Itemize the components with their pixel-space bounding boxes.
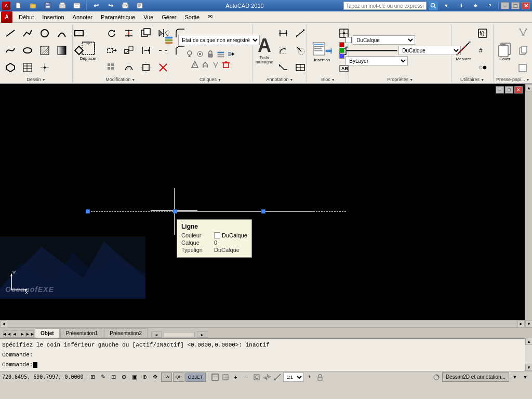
region-btn[interactable] <box>2 59 19 76</box>
zoom-in-btn[interactable]: + <box>231 373 241 382</box>
layer-color-btn[interactable] <box>195 49 205 59</box>
search-icon[interactable] <box>429 1 438 10</box>
lineweight-select[interactable]: ByLayer <box>345 56 408 65</box>
preview-btn[interactable] <box>71 0 83 12</box>
layer-state-select[interactable]: Etat de calque non enregistré <box>178 35 260 45</box>
zoom-out-btn[interactable]: – <box>242 373 251 382</box>
copy-clip-btn[interactable] <box>515 42 531 59</box>
pan-btn[interactable] <box>262 373 272 382</box>
ellipse-btn[interactable] <box>19 42 36 59</box>
workspace-arrow-btn[interactable]: ▼ <box>510 373 520 382</box>
snap-btn[interactable]: ✎ <box>99 373 108 382</box>
arc-btn[interactable] <box>54 25 70 42</box>
isolate-obj-btn[interactable] <box>474 59 491 76</box>
stretch-btn[interactable] <box>103 42 120 59</box>
layer-merge-btn[interactable] <box>211 60 220 69</box>
zoom-extents-btn[interactable] <box>252 373 261 382</box>
offset-btn[interactable] <box>121 59 137 76</box>
rotate-btn[interactable] <box>103 25 120 42</box>
extend-btn[interactable] <box>138 42 154 59</box>
lock-btn[interactable] <box>315 373 325 382</box>
table-btn[interactable] <box>19 59 36 76</box>
autocad-logo[interactable]: A <box>1 11 12 23</box>
array-btn[interactable] <box>103 59 120 76</box>
star-btn[interactable]: ★ <box>469 0 482 12</box>
snap-grid-btn[interactable]: ⊞ <box>88 373 98 382</box>
menu-debut[interactable]: Début <box>15 11 38 23</box>
coller-btn[interactable]: Coller <box>496 35 514 66</box>
tolerance-btn[interactable] <box>292 59 309 76</box>
minimize-btn[interactable]: – <box>501 2 509 9</box>
circle-btn[interactable] <box>36 25 53 42</box>
layer-delete-btn[interactable] <box>221 60 231 69</box>
canvas-scroll-down[interactable]: ▼ <box>525 320 532 327</box>
canvas-restore-btn[interactable]: □ <box>505 86 513 94</box>
redo-btn[interactable]: ↪ <box>104 0 117 12</box>
annotation-label[interactable]: Annotation ▼ <box>255 77 304 82</box>
layer-match-btn[interactable] <box>227 49 236 59</box>
menu-insertion[interactable]: Insertion <box>38 11 68 23</box>
tab-next-btn[interactable]: ► <box>19 330 26 338</box>
new-btn[interactable] <box>12 0 25 12</box>
tab-first-btn[interactable]: ◄◄ <box>3 330 10 338</box>
trim-btn[interactable] <box>121 25 137 42</box>
toolbar-cycle-btn[interactable] <box>432 373 441 382</box>
dim-aligned-btn[interactable] <box>292 25 309 42</box>
insertion-btn[interactable]: Insertion <box>310 35 335 66</box>
scale-btn[interactable] <box>121 42 137 59</box>
handle-left[interactable] <box>86 209 90 214</box>
explode-btn[interactable] <box>138 59 154 76</box>
polar-btn[interactable]: ⊡ <box>109 373 118 382</box>
scale-select[interactable]: 1:1 <box>283 373 304 382</box>
open-btn[interactable] <box>27 0 39 12</box>
menu-parametrique[interactable]: Paramétrique <box>97 11 139 23</box>
menu-gerer[interactable]: Gérer <box>157 11 180 23</box>
cmd-scroll-down[interactable]: ▼ <box>525 364 532 371</box>
calques-label[interactable]: Calques ▼ <box>171 77 250 82</box>
statusbar-menu-btn[interactable]: ▼ <box>521 373 530 382</box>
osnap-btn[interactable]: ⊙ <box>119 373 129 382</box>
cmd-scroll-up[interactable]: ▲ <box>525 338 532 345</box>
leader-btn[interactable] <box>275 59 291 76</box>
bloc-label[interactable]: Bloc ▼ <box>310 77 347 82</box>
utilitaires-label[interactable]: Utilitaires ▼ <box>454 77 491 82</box>
help-arrow-btn[interactable]: ▼ <box>440 0 453 12</box>
mesurer-btn[interactable]: Mesurer <box>454 35 473 66</box>
hatch-btn[interactable] <box>36 42 53 59</box>
color-select[interactable]: DuCalque <box>353 35 415 45</box>
menu-annoter[interactable]: Annoter <box>69 11 97 23</box>
canvas-scroll-left[interactable]: ◄ <box>0 321 7 328</box>
canvas-scroll-up[interactable]: ▲ <box>525 84 532 91</box>
cmd-line3[interactable]: Commande: <box>2 361 530 369</box>
otrack-btn[interactable]: ▣ <box>130 373 139 382</box>
pressepapiers-label[interactable]: Presse-papi... ▼ <box>496 77 530 82</box>
color-swatch-red[interactable] <box>339 42 344 47</box>
print-btn[interactable] <box>119 0 131 12</box>
model-toggle-btn[interactable] <box>210 373 220 382</box>
canvas-area[interactable]: Ligne Couleur DuCalque Calque 0 Typelign… <box>0 84 532 327</box>
view-btn[interactable] <box>221 373 230 382</box>
layer-lock-btn[interactable] <box>206 49 215 59</box>
layer-props-btn[interactable] <box>161 32 177 48</box>
tab-presentation2[interactable]: Présentation2 <box>104 328 148 338</box>
help-btn[interactable]: ? <box>484 0 496 12</box>
handle-center[interactable] <box>173 209 177 214</box>
canvas-minimize-btn[interactable]: – <box>496 86 504 94</box>
canvas-scroll-right[interactable]: ► <box>517 321 525 328</box>
menu-sortie[interactable]: Sortie <box>180 11 204 23</box>
proprietes-label[interactable]: Propriétés ▼ <box>352 77 449 82</box>
quickcalc-btn[interactable]: f() <box>474 25 491 42</box>
dim-linear-btn[interactable] <box>275 25 291 42</box>
line-btn[interactable] <box>2 25 19 42</box>
annot-plus-btn[interactable]: + <box>305 373 314 382</box>
plot-btn[interactable] <box>56 0 69 12</box>
point-btn[interactable] <box>36 59 53 76</box>
polyline-btn[interactable] <box>19 25 36 42</box>
canvas-hscroll-right2[interactable]: ► <box>197 331 207 338</box>
qp-btn[interactable]: QP <box>173 373 184 382</box>
deplacer-btn[interactable]: Déplacer <box>75 35 101 66</box>
paste-spec-btn[interactable]: ... <box>515 59 531 76</box>
lineweight-status-btn[interactable]: LW <box>161 373 172 382</box>
undo-btn[interactable]: ↩ <box>90 0 102 12</box>
search-input[interactable] <box>343 2 427 10</box>
